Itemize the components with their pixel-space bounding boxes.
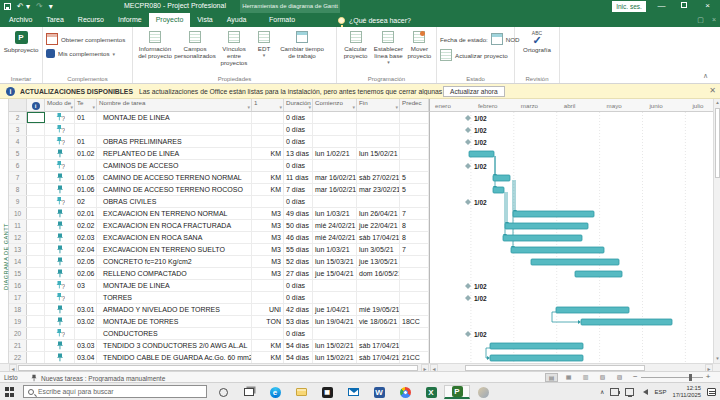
tab-informe[interactable]: Informe [111, 13, 149, 27]
ribbon-button[interactable]: Información del proyecto [136, 29, 174, 59]
task-usage-view-icon[interactable]: ▦ [562, 373, 575, 382]
indicator-cell[interactable] [27, 256, 45, 267]
start-date-cell[interactable] [313, 292, 357, 303]
keyboard-language[interactable]: ESP [654, 389, 666, 395]
start-date-cell[interactable] [313, 196, 357, 207]
predecessor-cell[interactable] [400, 304, 429, 315]
task-mode-cell[interactable] [45, 304, 75, 315]
column-header-dur[interactable]: Duración▾ [284, 99, 313, 111]
scroll-down-icon[interactable]: ▼ [714, 355, 720, 363]
task-name-cell[interactable]: MONTAJE DE LINEA [97, 280, 252, 291]
taskbar-app-mail[interactable] [340, 385, 366, 399]
column-header-te[interactable]: Te▾ [75, 99, 97, 111]
taskbar-app-project[interactable]: P [444, 385, 470, 399]
qat-customize-icon[interactable]: ▾ [49, 1, 53, 12]
indicator-cell[interactable] [27, 292, 45, 303]
duration-cell[interactable]: 53 días [284, 316, 313, 327]
finish-date-cell[interactable]: sáb 17/04/21 [357, 340, 400, 351]
duration-cell[interactable]: 11 días [284, 172, 313, 183]
column-header-start[interactable]: Comienzo▾ [313, 99, 357, 111]
vertical-scrollbar-thumb[interactable] [715, 108, 720, 178]
row-number[interactable]: 21 [9, 340, 27, 351]
edt-code-cell[interactable]: 02.06 [75, 268, 97, 279]
taskbar-app-chrome[interactable] [392, 385, 418, 399]
maximize-button[interactable] [672, 0, 695, 13]
finish-date-cell[interactable]: dom 16/05/21 [357, 268, 400, 279]
finish-date-cell[interactable]: sáb 17/04/21 [357, 232, 400, 243]
finish-date-cell[interactable]: sáb 17/04/21 [357, 352, 400, 363]
task-name-cell[interactable]: CONCRETO fc=210 Kg/cm2 [97, 256, 252, 267]
unit-cell[interactable]: M3 [252, 220, 284, 231]
close-button[interactable]: × [696, 0, 719, 13]
predecessor-cell[interactable]: 18CC [400, 316, 429, 327]
save-icon[interactable] [4, 3, 11, 10]
task-name-cell[interactable]: MONTAJE DE LINEA [97, 112, 252, 123]
predecessor-cell[interactable] [400, 292, 429, 303]
unit-cell[interactable]: KM [252, 148, 284, 159]
indicator-cell[interactable] [27, 184, 45, 195]
volume-icon[interactable] [640, 389, 648, 395]
start-date-cell[interactable] [313, 328, 357, 339]
taskbar-search-input[interactable]: Escribe aquí para buscar [23, 385, 207, 398]
task-mode-cell[interactable] [45, 268, 75, 279]
tab-vista[interactable]: Vista [190, 13, 219, 27]
row-number[interactable]: 12 [9, 232, 27, 243]
indicator-cell[interactable] [27, 328, 45, 339]
duration-cell[interactable]: 7 días [284, 184, 313, 195]
action-center-icon[interactable] [707, 388, 716, 396]
gantt-bar[interactable] [531, 259, 619, 265]
start-date-cell[interactable]: lun 15/03/21 [313, 256, 357, 267]
duration-cell[interactable]: 50 días [284, 220, 313, 231]
edt-code-cell[interactable] [75, 328, 97, 339]
milestone-diamond[interactable] [465, 283, 471, 289]
duration-cell[interactable]: 0 días [284, 292, 313, 303]
indicator-cell[interactable] [27, 304, 45, 315]
unit-cell[interactable]: M3 [252, 244, 284, 255]
predecessor-cell[interactable] [400, 196, 429, 207]
task-name-cell[interactable]: REPLANTEO DE LINEA [97, 148, 252, 159]
row-number[interactable]: 18 [9, 304, 27, 315]
row-number[interactable]: 17 [9, 292, 27, 303]
network-icon[interactable] [625, 388, 634, 396]
ribbon-button[interactable]: Cambiar tiempo de trabajo [276, 29, 328, 59]
predecessor-cell[interactable] [400, 256, 429, 267]
duration-cell[interactable]: 42 días [284, 304, 313, 315]
unit-cell[interactable]: KM [252, 340, 284, 351]
unit-cell[interactable] [252, 112, 284, 123]
unit-cell[interactable] [252, 124, 284, 135]
indicator-cell[interactable] [27, 196, 45, 207]
edt-code-cell[interactable]: 01 [75, 112, 97, 123]
indicator-cell[interactable] [27, 244, 45, 255]
finish-date-cell[interactable]: mié 19/05/21 [357, 304, 400, 315]
task-name-cell[interactable]: ARMADO Y NIVELADO DE TORRES [97, 304, 252, 315]
duration-cell[interactable]: 54 días [284, 340, 313, 351]
start-date-cell[interactable]: mié 24/02/21 [313, 232, 357, 243]
duration-cell[interactable]: 54 días [284, 352, 313, 363]
row-number[interactable]: 7 [9, 172, 27, 183]
duration-cell[interactable]: 13 días [284, 148, 313, 159]
start-date-cell[interactable]: lun 19/04/21 [313, 316, 357, 327]
gantt-bar[interactable] [490, 343, 583, 349]
task-name-cell[interactable]: EXCAVACION EN ROCA FRACTURADA [97, 220, 252, 231]
column-header-pred[interactable]: Predec [400, 99, 429, 111]
gantt-bar[interactable] [469, 151, 494, 157]
signin-button[interactable]: Inic. ses. [612, 1, 646, 12]
row-number[interactable]: 4 [9, 136, 27, 147]
row-number[interactable]: 13 [9, 244, 27, 255]
unit-cell[interactable] [252, 280, 284, 291]
task-name-cell[interactable]: TENDIDO 3 CONDUCTORES 2/0 AWG AL.AL [97, 340, 252, 351]
row-number[interactable]: 8 [9, 184, 27, 195]
row-number[interactable]: 5 [9, 148, 27, 159]
predecessor-cell[interactable] [400, 280, 429, 291]
finish-date-cell[interactable] [357, 112, 400, 123]
predecessor-cell[interactable]: 7 [400, 244, 429, 255]
duration-cell[interactable]: 0 días [284, 136, 313, 147]
task-name-cell[interactable]: EXCAVACION EN ROCA SANA [97, 232, 252, 243]
predecessor-cell[interactable] [400, 328, 429, 339]
taskbar-app-explorer[interactable] [288, 385, 314, 399]
start-button[interactable] [5, 387, 15, 397]
indicator-cell[interactable] [27, 208, 45, 219]
start-date-cell[interactable]: mar 16/02/21 [313, 172, 357, 183]
zoom-out-icon[interactable]: − [633, 373, 638, 381]
document-window-buttons[interactable]: ▢× [697, 13, 716, 27]
